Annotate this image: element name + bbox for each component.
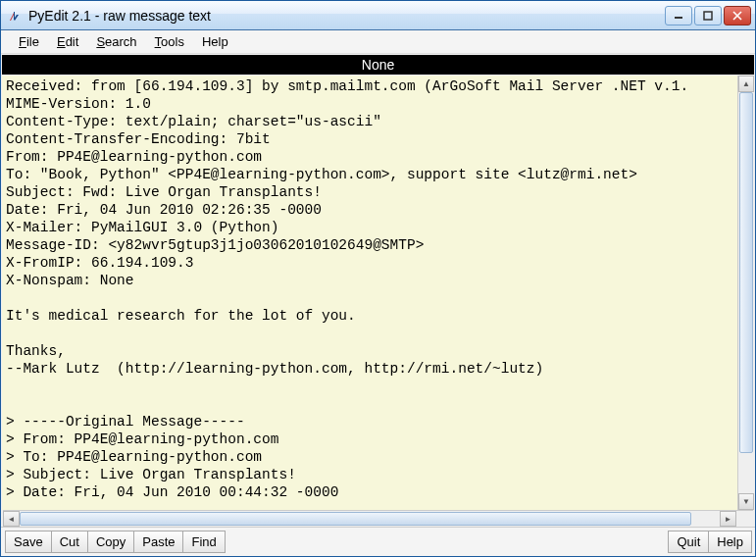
minimize-icon: [674, 11, 683, 21]
v-scroll-thumb[interactable]: [739, 92, 753, 453]
menu-help[interactable]: Help: [194, 32, 236, 51]
window-controls: [665, 6, 751, 25]
quit-button[interactable]: Quit: [668, 531, 709, 553]
scroll-down-arrow[interactable]: ▼: [738, 493, 754, 510]
app-icon: [7, 8, 23, 24]
menu-file[interactable]: File: [11, 32, 47, 51]
close-button[interactable]: [724, 6, 751, 25]
bottom-toolbar: Save Cut Copy Paste Find Quit Help: [1, 527, 755, 556]
cut-button[interactable]: Cut: [51, 531, 88, 553]
h-scroll-track[interactable]: [20, 511, 720, 527]
h-scroll-thumb[interactable]: [20, 512, 691, 526]
copy-button[interactable]: Copy: [87, 531, 134, 553]
maximize-button[interactable]: [694, 6, 722, 25]
text-editor[interactable]: Received: from [66.194.109.3] by smtp.ma…: [2, 76, 737, 510]
save-button[interactable]: Save: [5, 531, 52, 553]
vertical-scrollbar[interactable]: ▲ ▼: [737, 76, 754, 510]
title-bar[interactable]: PyEdit 2.1 - raw message text: [1, 1, 755, 30]
minimize-button[interactable]: [665, 6, 692, 25]
scroll-corner: [736, 511, 753, 528]
help-button[interactable]: Help: [708, 531, 752, 553]
paste-button[interactable]: Paste: [133, 531, 183, 553]
menu-edit[interactable]: Edit: [49, 32, 86, 51]
window-title: PyEdit 2.1 - raw message text: [28, 8, 665, 24]
find-button[interactable]: Find: [182, 531, 225, 553]
scroll-left-arrow[interactable]: ◄: [3, 511, 20, 527]
scroll-right-arrow[interactable]: ►: [720, 511, 736, 527]
scroll-up-arrow[interactable]: ▲: [738, 76, 754, 92]
svg-rect-1: [704, 12, 712, 20]
v-scroll-track[interactable]: [738, 92, 754, 493]
menu-search[interactable]: Search: [88, 32, 144, 51]
horizontal-scrollbar[interactable]: ◄ ►: [3, 510, 753, 527]
maximize-icon: [703, 11, 713, 21]
app-window: PyEdit 2.1 - raw message text File Edit …: [0, 0, 756, 557]
menu-bar: File Edit Search Tools Help: [1, 30, 755, 54]
editor-container: Received: from [66.194.109.3] by smtp.ma…: [2, 76, 754, 527]
menu-tools[interactable]: Tools: [147, 32, 192, 51]
filename-header: None: [2, 55, 754, 75]
close-icon: [732, 11, 742, 21]
